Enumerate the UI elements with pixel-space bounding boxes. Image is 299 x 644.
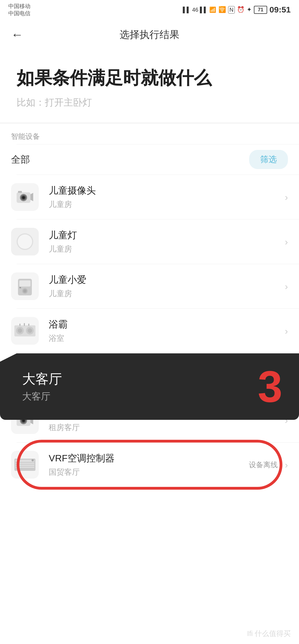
- list-item[interactable]: 儿童摄像头 儿童房 ›: [0, 175, 299, 219]
- carrier-info: 中国移动 中国电信: [8, 2, 30, 17]
- svg-point-11: [23, 289, 27, 293]
- offline-label: 设备离线: [249, 460, 278, 470]
- nav-bar: ← 选择执行结果: [0, 19, 299, 50]
- device-info: 浴霸 浴室: [49, 318, 280, 344]
- speaker-icon: [15, 277, 35, 296]
- filter-button[interactable]: 筛选: [249, 150, 288, 169]
- device-icon: [11, 183, 39, 211]
- device-info: VRF空调控制器 国贸客厅: [49, 452, 249, 477]
- device-room: 浴室: [49, 333, 280, 344]
- device-icon: [11, 317, 39, 345]
- device-icon: [11, 228, 39, 255]
- living-room-wrapper: 大客厅 大客厅 › 大客厅 大客厅 3: [0, 353, 299, 398]
- list-item[interactable]: 儿童小爱 儿童房 ›: [0, 264, 299, 308]
- list-item[interactable]: 浴霸 浴室 ›: [0, 309, 299, 353]
- svg-marker-4: [30, 193, 33, 201]
- device-name: 浴霸: [49, 318, 280, 331]
- device-room: 儿童房: [49, 199, 280, 210]
- chevron-right-icon: ›: [285, 326, 288, 336]
- svg-point-3: [22, 196, 25, 199]
- chevron-right-icon: ›: [285, 281, 288, 292]
- filter-label: 全部: [11, 153, 30, 166]
- device-info: 儿童摄像头 儿童房: [49, 184, 280, 210]
- device-room: 租房客厅: [49, 422, 280, 433]
- device-name: 儿童摄像头: [49, 184, 280, 197]
- wifi-icon: 🛜: [218, 6, 226, 13]
- chevron-right-icon: ›: [285, 236, 288, 247]
- svg-point-33: [32, 459, 34, 461]
- svg-point-16: [18, 328, 22, 333]
- svg-point-17: [28, 328, 32, 333]
- device-room: 儿童房: [49, 244, 280, 254]
- nfc-icon: N: [228, 6, 235, 14]
- device-info: 儿童灯 儿童房: [49, 229, 280, 254]
- tooltip-overlay: 大客厅 大客厅 3: [0, 353, 299, 420]
- device-list: 儿童摄像头 儿童房 › 儿童灯 儿童房 ›: [0, 175, 299, 487]
- hero-divider: [0, 123, 299, 123]
- bluetooth-icon: ✦: [247, 6, 252, 13]
- tooltip-number: 3: [258, 364, 282, 409]
- svg-rect-5: [18, 191, 22, 193]
- nav-title: 选择执行结果: [120, 28, 179, 42]
- svg-rect-18: [19, 324, 20, 326]
- device-icon: [11, 272, 39, 300]
- tooltip-title: 大客厅: [22, 370, 252, 388]
- hero-subtitle: 比如：打开主卧灯: [17, 96, 282, 109]
- watermark: Ifi 什么值得买: [247, 629, 291, 638]
- hero-title: 如果条件满足时就做什么: [17, 67, 282, 90]
- svg-rect-12: [19, 287, 21, 288]
- back-button[interactable]: ←: [11, 29, 23, 41]
- ac-controller-icon: [14, 456, 36, 473]
- svg-rect-20: [28, 324, 29, 326]
- chevron-right-icon: ›: [285, 192, 288, 203]
- lamp-icon: [15, 232, 35, 251]
- signal-icons: ▌▌ 46 ▌▌ 📶: [183, 6, 216, 13]
- tooltip-subtitle: 大客厅: [22, 390, 252, 403]
- svg-rect-30: [16, 463, 34, 464]
- device-info: 儿童小爱 儿童房: [49, 274, 280, 299]
- section-label: 智能设备: [0, 126, 299, 144]
- hero-section: 如果条件满足时就做什么 比如：打开主卧灯: [0, 50, 299, 120]
- svg-point-7: [18, 234, 32, 249]
- device-name: 儿童灯: [49, 229, 280, 242]
- vrf-row: VRF空调控制器 国贸客厅 设备离线 ›: [0, 443, 299, 487]
- battery-icon: 71: [254, 6, 267, 14]
- device-name: 儿童小爱: [49, 274, 280, 286]
- list-item[interactable]: 儿童灯 儿童房 ›: [0, 219, 299, 264]
- camera-icon: [15, 187, 35, 207]
- svg-rect-32: [16, 467, 34, 468]
- device-room: 儿童房: [49, 288, 280, 299]
- svg-rect-9: [19, 280, 30, 287]
- list-item[interactable]: VRF空调控制器 国贸客厅 设备离线 ›: [0, 443, 299, 487]
- svg-rect-19: [24, 323, 25, 326]
- chevron-right-icon: ›: [285, 459, 288, 470]
- svg-rect-29: [16, 460, 34, 462]
- device-room: 国贸客厅: [49, 467, 249, 477]
- filter-row: 全部 筛选: [0, 144, 299, 175]
- heater-icon: [14, 323, 36, 339]
- device-icon: [11, 451, 39, 479]
- status-right: ▌▌ 46 ▌▌ 📶 🛜 N ⏰ ✦ 71 09:51: [183, 5, 291, 14]
- device-name: VRF空调控制器: [49, 452, 249, 465]
- alarm-icon: ⏰: [237, 6, 244, 13]
- time-display: 09:51: [269, 5, 291, 14]
- svg-rect-31: [16, 465, 34, 466]
- status-bar: 中国移动 中国电信 ▌▌ 46 ▌▌ 📶 🛜 N ⏰ ✦ 71 09:51: [0, 0, 299, 19]
